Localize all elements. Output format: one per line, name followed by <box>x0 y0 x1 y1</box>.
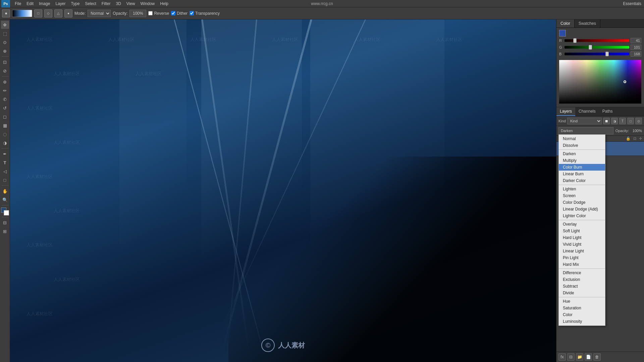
tab-paths[interactable]: Paths <box>599 107 616 116</box>
r-input[interactable] <box>631 38 641 43</box>
blend-option-linear-light[interactable]: Linear Light <box>559 248 605 254</box>
menu-layer[interactable]: Layer <box>53 0 68 7</box>
tab-color[interactable]: Color <box>556 19 575 27</box>
blend-option-screen[interactable]: Screen <box>559 192 605 199</box>
kind-select[interactable]: Kind <box>567 118 602 124</box>
tool-option-2[interactable]: □ <box>34 9 42 17</box>
menu-view[interactable]: View <box>124 0 138 7</box>
color-spectrum[interactable] <box>559 60 641 104</box>
transparency-checkbox[interactable] <box>190 11 194 15</box>
dither-option[interactable]: Dither <box>171 11 187 16</box>
g-input[interactable] <box>631 45 641 50</box>
blend-option-color[interactable]: Color <box>559 311 605 318</box>
opacity-input[interactable] <box>129 10 146 17</box>
dodge-tool[interactable]: ◑ <box>1 139 9 147</box>
add-style-button[interactable]: fx <box>558 353 566 361</box>
blend-option-soft-light[interactable]: Soft Light <box>559 228 605 234</box>
blend-option-linear-dodge[interactable]: Linear Dodge (Add) <box>559 206 605 213</box>
blend-option-pin-light[interactable]: Pin Light <box>559 254 605 261</box>
stamp-tool[interactable]: ✆ <box>1 95 9 103</box>
screen-mode-tool[interactable]: ⊞ <box>1 227 9 235</box>
blend-option-hue[interactable]: Hue <box>559 298 605 305</box>
hand-tool[interactable]: ✋ <box>1 187 9 195</box>
blend-option-luminosity[interactable]: Luminosity <box>559 318 605 325</box>
reverse-checkbox[interactable] <box>148 11 153 15</box>
filter-smart-icon[interactable]: ⊙ <box>635 118 642 124</box>
menu-type[interactable]: Type <box>68 0 82 7</box>
r-thumb[interactable] <box>573 38 577 43</box>
delete-layer-button[interactable]: 🗑 <box>593 353 601 361</box>
gradient-preview[interactable] <box>12 10 32 17</box>
color-swatches[interactable] <box>1 207 9 216</box>
eyedropper-tool[interactable]: ⊘ <box>1 67 9 75</box>
menu-edit[interactable]: Edit <box>24 0 36 7</box>
blend-option-hard-mix[interactable]: Hard Mix <box>559 261 605 268</box>
healing-brush-tool[interactable]: ⊛ <box>1 78 9 86</box>
filter-type-icon[interactable]: T <box>619 118 626 124</box>
brush-tool[interactable]: ✏ <box>1 86 9 95</box>
blend-option-saturation[interactable]: Saturation <box>559 305 605 311</box>
tab-channels[interactable]: Channels <box>575 107 599 116</box>
menu-3d[interactable]: 3D <box>113 0 123 7</box>
blend-option-subtract[interactable]: Subtract <box>559 283 605 290</box>
blend-option-overlay[interactable]: Overlay <box>559 221 605 228</box>
blend-option-exclusion[interactable]: Exclusion <box>559 276 605 283</box>
menu-file[interactable]: File <box>12 0 24 7</box>
blend-option-difference[interactable]: Difference <box>559 269 605 276</box>
crop-tool[interactable]: ⊡ <box>1 58 9 66</box>
eraser-tool[interactable]: ◻ <box>1 113 9 121</box>
menu-window[interactable]: Window <box>138 0 158 7</box>
opacity-value[interactable]: 100% <box>630 129 642 133</box>
b-slider[interactable] <box>565 53 629 55</box>
history-brush-tool[interactable]: ↺ <box>1 104 9 112</box>
filter-shape-icon[interactable]: □ <box>627 118 634 124</box>
path-select-tool[interactable]: ◁ <box>1 167 9 175</box>
move-tool[interactable]: ✥ <box>1 21 9 29</box>
lock-pixel-icon[interactable]: ⊡ <box>633 136 636 141</box>
dither-checkbox[interactable] <box>171 11 175 15</box>
marquee-tool[interactable]: ⬚ <box>1 29 9 38</box>
b-input[interactable] <box>631 51 641 57</box>
transparency-option[interactable]: Transparency <box>190 11 220 16</box>
blend-mode-select[interactable]: Darken <box>558 127 613 134</box>
g-thumb[interactable] <box>589 45 592 50</box>
blend-option-color-burn[interactable]: Color Burn <box>559 164 605 171</box>
reverse-option[interactable]: Reverse <box>148 11 169 16</box>
pen-tool[interactable]: ✒ <box>1 150 9 158</box>
filter-pixel-icon[interactable]: 🔲 <box>603 118 610 124</box>
menu-select[interactable]: Select <box>82 0 99 7</box>
blend-option-multiply[interactable]: Multiply <box>559 157 605 164</box>
lock-icon[interactable]: 🔒 <box>626 136 631 141</box>
tool-option-3[interactable]: ◇ <box>44 9 52 17</box>
filter-adjust-icon[interactable]: ◑ <box>611 118 618 124</box>
blend-option-color-dodge[interactable]: Color Dodge <box>559 199 605 206</box>
new-layer-button[interactable]: 📄 <box>585 353 592 361</box>
lock-position-icon[interactable]: ✛ <box>639 136 642 141</box>
tool-option-4[interactable]: △ <box>54 9 62 17</box>
blend-option-divide[interactable]: Divide <box>559 290 605 296</box>
blend-option-hard-light[interactable]: Hard Light <box>559 234 605 241</box>
blend-option-normal[interactable]: Normal <box>559 135 605 142</box>
menu-help[interactable]: Help <box>157 0 171 7</box>
blend-option-linear-burn[interactable]: Linear Burn <box>559 171 605 177</box>
quick-mask-tool[interactable]: ⊟ <box>1 219 9 227</box>
essentials-button[interactable]: Essentials <box>623 1 641 6</box>
new-group-button[interactable]: 📁 <box>576 353 583 361</box>
blend-option-vivid-light[interactable]: Vivid Light <box>559 241 605 248</box>
r-slider[interactable] <box>565 39 629 42</box>
blend-option-lighten[interactable]: Lighten <box>559 186 605 192</box>
blend-option-lighter-color[interactable]: Lighter Color <box>559 213 605 219</box>
b-thumb[interactable] <box>605 52 609 56</box>
blur-tool[interactable]: ◌ <box>1 130 9 138</box>
blend-option-darker-color[interactable]: Darker Color <box>559 177 605 184</box>
lasso-tool[interactable]: ⊙ <box>1 38 9 46</box>
add-mask-button[interactable]: ⊟ <box>567 353 575 361</box>
blend-option-dissolve[interactable]: Dissolve <box>559 142 605 149</box>
g-slider[interactable] <box>565 46 629 49</box>
mode-select[interactable]: Normal <box>88 10 111 17</box>
blend-option-darken[interactable]: Darken <box>559 150 605 157</box>
tab-layers[interactable]: Layers <box>556 107 575 116</box>
tool-option-5[interactable]: ● <box>64 9 72 17</box>
background-color[interactable] <box>4 210 9 216</box>
tab-swatches[interactable]: Swatches <box>575 19 600 27</box>
